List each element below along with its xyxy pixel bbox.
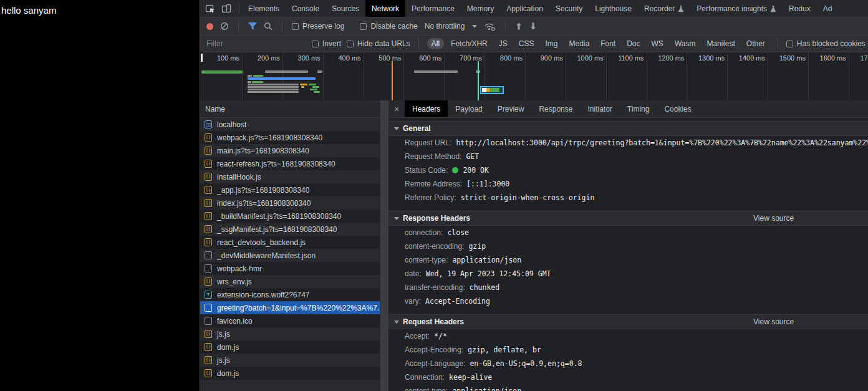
details-tab-payload[interactable]: Payload	[448, 100, 489, 117]
request-row-localhost[interactable]: localhost	[200, 118, 380, 131]
request-row-js-js[interactable]: js.js	[200, 327, 380, 340]
filter-type-all[interactable]: All	[427, 38, 444, 49]
filter-type-manifest[interactable]: Manifest	[702, 38, 739, 49]
details-tab-response[interactable]: Response	[531, 100, 580, 117]
request-row-react-devtools-backend-js[interactable]: react_devtools_backend.js	[200, 236, 380, 249]
request-row-app-js-ts-1681908308340[interactable]: _app.js?ts=1681908308340	[200, 183, 380, 196]
disclosure-triangle-icon	[394, 217, 399, 220]
network-conditions-icon[interactable]	[484, 22, 496, 31]
filter-funnel-icon[interactable]	[248, 22, 257, 30]
request-row-devmiddlewaremanifest-json[interactable]: _devMiddlewareManifest.json	[200, 249, 380, 262]
disable-cache-checkbox[interactable]: Disable cache	[360, 22, 417, 31]
request-row-extension-icons-woff2-6747[interactable]: extension-icons.woff2?6747	[200, 288, 380, 301]
request-row-webpack-js-ts-1681908308340[interactable]: webpack.js?ts=1681908308340	[200, 131, 380, 144]
request-row-greeting-batch-1-input-7b-220-[interactable]: greeting?batch=1&input=%7B%220%22%3A%7..…	[200, 301, 380, 314]
section-header-request-headers[interactable]: Request HeadersView source	[388, 314, 868, 329]
filter-type-other[interactable]: Other	[742, 38, 769, 49]
script-file-icon	[205, 199, 212, 207]
script-file-icon	[205, 225, 212, 233]
disclosure-triangle-icon	[394, 321, 399, 324]
timeline-tick-label: 1600 ms	[811, 54, 846, 62]
close-icon[interactable]: ×	[388, 104, 405, 114]
request-row-buildmanifest-js-ts-1681908308[interactable]: _buildManifest.js?ts=1681908308340	[200, 210, 380, 223]
tab-ad[interactable]: Ad	[817, 0, 839, 17]
view-source-link[interactable]: View source	[753, 315, 794, 329]
tab-performance-insights[interactable]: Performance insights	[690, 0, 783, 17]
request-row-main-js-ts-1681908308340[interactable]: main.js?ts=1681908308340	[200, 144, 380, 157]
filter-type-css[interactable]: CSS	[514, 38, 539, 49]
tab-elements[interactable]: Elements	[242, 0, 286, 17]
hide-data-urls-checkbox[interactable]: Hide data URLs	[347, 39, 410, 48]
tab-network[interactable]: Network	[365, 0, 405, 17]
throttling-select[interactable]: No throttling	[425, 22, 478, 31]
header-row-content-type: content-type:application/json	[388, 384, 868, 391]
header-row-accept: Accept:*/*	[388, 329, 868, 343]
request-row-dom-js[interactable]: dom.js	[200, 367, 380, 380]
overview-drag-handle[interactable]	[201, 54, 203, 62]
details-tab-preview[interactable]: Preview	[490, 100, 532, 117]
tab-console[interactable]: Console	[286, 0, 326, 17]
plain-file-icon	[205, 317, 212, 325]
network-overview-timeline[interactable]: 100 ms200 ms300 ms400 ms500 ms600 ms700 …	[200, 52, 868, 102]
details-tab-initiator[interactable]: Initiator	[580, 100, 619, 117]
details-tabbar: × HeadersPayloadPreviewResponseInitiator…	[388, 100, 868, 118]
request-row-js-js[interactable]: js.js	[200, 354, 380, 367]
request-row-ssgmanifest-js-ts-168190830834[interactable]: _ssgManifest.js?ts=1681908308340	[200, 223, 380, 236]
export-har-icon[interactable]	[529, 22, 537, 30]
waterfall-bar	[248, 84, 299, 85]
script-file-icon	[205, 343, 212, 351]
request-row-dom-js[interactable]: dom.js	[200, 340, 380, 354]
tab-application[interactable]: Application	[500, 0, 549, 17]
device-toolbar-icon[interactable]	[221, 4, 231, 14]
details-tab-timing[interactable]: Timing	[620, 100, 657, 117]
filter-type-ws[interactable]: WS	[647, 38, 668, 49]
filter-type-doc[interactable]: Doc	[622, 38, 644, 49]
tab-security[interactable]: Security	[549, 0, 589, 17]
view-source-link[interactable]: View source	[753, 211, 794, 225]
request-name: _buildManifest.js?ts=1681908308340	[217, 212, 341, 221]
clear-network-log-icon[interactable]	[220, 22, 229, 31]
inspect-element-icon[interactable]	[205, 4, 215, 14]
timeline-gridline	[566, 52, 566, 102]
filter-type-js[interactable]: JS	[494, 38, 512, 49]
filter-type-img[interactable]: Img	[541, 38, 562, 49]
request-row-wrs-env-js[interactable]: wrs_env.js	[200, 275, 380, 288]
tab-redux[interactable]: Redux	[783, 0, 817, 17]
section-header-response-headers[interactable]: Response HeadersView source	[388, 211, 868, 226]
request-row-index-js-ts-1681908308340[interactable]: index.js?ts=1681908308340	[200, 196, 380, 210]
request-list-scrollbar[interactable]	[380, 100, 388, 391]
script-file-icon	[205, 147, 212, 155]
tab-memory[interactable]: Memory	[461, 0, 500, 17]
preserve-log-checkbox[interactable]: Preserve log	[292, 22, 344, 31]
tab-recorder[interactable]: Recorder	[638, 0, 690, 17]
request-list-header[interactable]: Name	[200, 100, 380, 118]
request-row-favicon-ico[interactable]: favicon.ico	[200, 314, 380, 327]
request-row-installhook-js[interactable]: installHook.js	[200, 170, 380, 183]
has-blocked-cookies-checkbox[interactable]: Has blocked cookies	[786, 39, 866, 48]
filter-input[interactable]: Filter	[206, 39, 306, 48]
filter-type-media[interactable]: Media	[564, 38, 594, 49]
header-key: vary:	[405, 297, 421, 306]
record-network-log-icon[interactable]	[206, 23, 213, 30]
request-row-webpack-hmr[interactable]: webpack-hmr	[200, 262, 380, 275]
script-file-icon	[205, 160, 212, 168]
tab-performance[interactable]: Performance	[405, 0, 461, 17]
details-tab-headers[interactable]: Headers	[405, 100, 448, 117]
dom-content-loaded-line	[392, 61, 393, 102]
details-tab-cookies[interactable]: Cookies	[657, 100, 698, 117]
filter-type-wasm[interactable]: Wasm	[670, 38, 700, 49]
section-header-general[interactable]: General	[388, 121, 868, 136]
empty-row	[200, 380, 380, 391]
filter-type-font[interactable]: Font	[596, 38, 620, 49]
filter-type-fetch-xhr[interactable]: Fetch/XHR	[446, 38, 492, 49]
tab-sources[interactable]: Sources	[326, 0, 365, 17]
import-har-icon[interactable]	[515, 22, 523, 30]
request-name: webpack.js?ts=1681908308340	[217, 133, 322, 142]
invert-checkbox[interactable]: Invert	[312, 39, 341, 48]
tab-lighthouse[interactable]: Lighthouse	[589, 0, 638, 17]
script-file-icon	[205, 186, 212, 194]
request-row-react-refresh-js-ts-1681908308[interactable]: react-refresh.js?ts=1681908308340	[200, 157, 380, 170]
search-icon[interactable]	[264, 22, 272, 31]
waterfall-bar	[314, 91, 320, 93]
header-value: gzip, deflate, br	[468, 345, 541, 354]
